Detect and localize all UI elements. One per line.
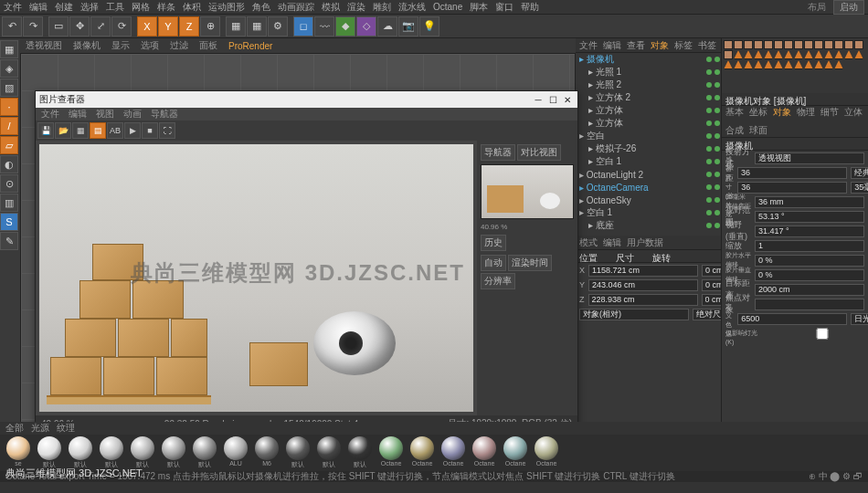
material-ball[interactable]: 默认 — [190, 436, 219, 469]
material-ball[interactable]: 默认 — [314, 436, 344, 469]
object-tag[interactable] — [824, 50, 833, 59]
camera-button[interactable]: 📷 — [398, 16, 418, 37]
pv-menu-view[interactable]: 视图 — [96, 108, 114, 121]
atab-sphere[interactable]: 球面 — [749, 124, 767, 137]
menu-octane[interactable]: Octane — [433, 2, 462, 12]
pv-open-icon[interactable]: 📂 — [55, 122, 71, 139]
shifth-input[interactable] — [755, 255, 864, 267]
sensor-preset[interactable] — [851, 182, 868, 194]
pv-menu-nav[interactable]: 导航器 — [151, 108, 178, 121]
light-button[interactable]: 💡 — [419, 16, 439, 37]
object-tag[interactable] — [764, 50, 773, 59]
pv-filter-icon[interactable]: ▤ — [90, 122, 106, 139]
spline-primitive[interactable]: 〰 — [314, 16, 334, 37]
menu-mograph[interactable]: 运动图形 — [208, 1, 245, 14]
object-tag[interactable] — [744, 60, 753, 69]
menu-select[interactable]: 选择 — [80, 1, 99, 14]
projection-select[interactable] — [755, 152, 864, 164]
material-ball[interactable]: Octane — [376, 436, 406, 469]
object-row[interactable]: ▸ OctaneSky — [576, 194, 721, 206]
object-tag[interactable] — [754, 60, 763, 69]
zoom-input[interactable] — [755, 240, 864, 252]
menu-help[interactable]: 帮助 — [521, 1, 539, 14]
wb-preset[interactable] — [851, 313, 868, 325]
scale-tool[interactable]: ⤢ — [90, 16, 111, 37]
view-tab-panel[interactable]: 面板 — [199, 39, 217, 52]
material-ball[interactable]: 默认 — [159, 436, 188, 469]
sensor-input[interactable] — [737, 182, 847, 194]
pos-y-input[interactable] — [588, 279, 698, 291]
minimize-button[interactable]: ─ — [532, 93, 545, 106]
view-tab-persp[interactable]: 透视视图 — [26, 39, 62, 52]
object-tag[interactable] — [774, 60, 783, 69]
object-row[interactable]: ▸ 空白 1 — [576, 155, 721, 168]
object-tag[interactable] — [734, 50, 743, 59]
object-tag[interactable] — [764, 40, 773, 49]
op-tab-obj[interactable]: 对象 — [651, 39, 669, 52]
object-tag[interactable] — [844, 40, 853, 49]
xray-toggle[interactable]: ◐ — [0, 155, 18, 173]
pv-menu-file[interactable]: 文件 — [41, 108, 59, 121]
pv-tab-nav[interactable]: 导航器 — [481, 144, 515, 161]
menu-track[interactable]: 动画跟踪 — [278, 1, 314, 14]
menu-script[interactable]: 脚本 — [470, 1, 488, 14]
object-row[interactable]: ▸ 光照 1 — [576, 66, 721, 79]
object-tag[interactable] — [824, 40, 833, 49]
coord-scale-select[interactable] — [693, 309, 721, 320]
pv-menu-edit[interactable]: 编辑 — [69, 108, 87, 121]
tag-area[interactable] — [722, 38, 868, 93]
menu-sim[interactable]: 模拟 — [322, 1, 340, 14]
object-tag[interactable] — [774, 50, 783, 59]
axis-x-button[interactable]: X — [137, 16, 157, 37]
object-tag[interactable] — [834, 60, 843, 69]
op-tab-tag[interactable]: 标签 — [674, 39, 693, 52]
material-ball[interactable]: 默认 — [35, 436, 64, 469]
render-region-button[interactable]: ▦ — [247, 16, 267, 37]
object-tag[interactable] — [734, 40, 743, 49]
object-tag[interactable] — [804, 50, 813, 59]
layout-dropdown[interactable]: 启动 — [833, 0, 864, 15]
object-row[interactable]: ▸ 空白 1 — [576, 206, 721, 219]
object-tag[interactable] — [854, 50, 863, 59]
size-z-input[interactable] — [702, 294, 722, 306]
material-ball[interactable]: M6 — [252, 436, 281, 469]
view-tab-display[interactable]: 显示 — [111, 39, 130, 52]
environment-button[interactable]: ☁ — [377, 16, 397, 37]
object-row[interactable]: ▸ 立方体 — [576, 117, 721, 130]
pv-tab-compare[interactable]: 对比视图 — [517, 144, 561, 161]
object-row[interactable]: ▸ 空白 — [576, 130, 721, 142]
material-ball[interactable]: 默认 — [345, 436, 375, 469]
material-ball[interactable]: Octane — [439, 436, 468, 469]
pv-filter-time[interactable]: 渲染时间 — [508, 255, 552, 271]
point-mode[interactable]: · — [0, 98, 18, 116]
object-tag[interactable] — [794, 60, 803, 69]
pv-stop-icon[interactable]: ■ — [142, 122, 158, 139]
material-ball[interactable]: 默认 — [66, 436, 95, 469]
menu-spline[interactable]: 样条 — [157, 1, 175, 14]
snap-toggle[interactable]: ⊙ — [0, 174, 18, 193]
material-ball[interactable]: 默认 — [97, 436, 126, 469]
fovv-input[interactable] — [755, 226, 864, 237]
render-view-button[interactable]: ▦ — [226, 16, 246, 37]
menu-pipe[interactable]: 流水线 — [398, 1, 426, 14]
view-tab-options[interactable]: 选项 — [141, 39, 159, 52]
op-tab-bm[interactable]: 书签 — [698, 39, 716, 52]
menu-render[interactable]: 渲染 — [347, 1, 365, 14]
object-tag[interactable] — [794, 50, 803, 59]
object-tag[interactable] — [754, 40, 763, 49]
generator-button[interactable]: ◆ — [335, 16, 355, 37]
edge-mode[interactable]: / — [0, 117, 18, 135]
status-lang-icons[interactable]: ⊕ 中 ⬤ ⚙ 🗗 — [809, 470, 863, 483]
object-tag[interactable] — [854, 40, 863, 49]
atab-object[interactable]: 对象 — [773, 106, 791, 119]
mat-tab-light[interactable]: 光源 — [31, 422, 49, 435]
attr-tab-edit[interactable]: 编辑 — [603, 236, 621, 249]
render-settings-button[interactable]: ⚙ — [268, 16, 288, 37]
attr-tab-user[interactable]: 用户数据 — [627, 236, 663, 249]
poly-mode[interactable]: ▱ — [0, 136, 18, 154]
object-tag[interactable] — [824, 60, 833, 69]
object-tag[interactable] — [734, 60, 743, 69]
view-tab-filter[interactable]: 过滤 — [170, 39, 188, 52]
menu-sculpt[interactable]: 雕刻 — [373, 1, 391, 14]
op-tab-file[interactable]: 文件 — [579, 39, 598, 52]
